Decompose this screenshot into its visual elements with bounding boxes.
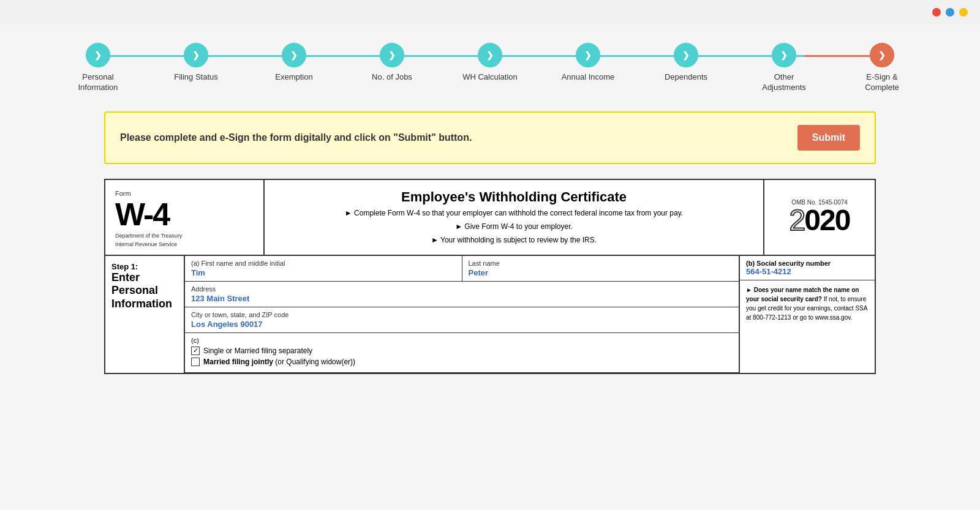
step-filing-status[interactable]: ❯ Filing Status [147, 43, 245, 83]
chevron-icon: ❯ [486, 50, 494, 60]
step-circle-adjustments: ❯ [772, 43, 796, 67]
address-label: Address [191, 285, 733, 293]
checkbox-single: ✓ Single or Married filing separately [191, 347, 733, 355]
step-circle-exemption: ❯ [282, 43, 306, 67]
w4-title-area: Employee's Withholding Certificate ► Com… [265, 180, 764, 255]
checkbox-c-label: (c) [191, 337, 733, 344]
name-match-text: ► Does your name match the name on your … [746, 287, 867, 321]
w4-personal-fields: (a) First name and middle initial Tim La… [185, 256, 740, 373]
close-button[interactable] [932, 8, 941, 17]
w4-body: Step 1: EnterPersonalInformation (a) Fir… [105, 256, 875, 373]
city-value: Los Angeles 90017 [191, 320, 733, 329]
step-circle-personal: ❯ [86, 43, 110, 67]
filing-checkboxes: (c) ✓ Single or Married filing separatel… [185, 333, 739, 373]
year-solid-digits: 0 [804, 204, 820, 236]
step-circle-wh: ❯ [478, 43, 502, 67]
checkbox-married-jointly: Married filing jointly (or Qualifying wi… [191, 358, 733, 366]
step-label-dependents: Dependents [665, 72, 707, 83]
chevron-icon: ❯ [192, 50, 200, 60]
address-value: 123 Main Street [191, 294, 733, 303]
w4-instruction3: ► Your withholding is subject to review … [431, 234, 597, 246]
step-circle-filing: ❯ [184, 43, 208, 67]
ssn-label: (b) Social security number [746, 260, 869, 267]
step-other-adjustments[interactable]: ❯ OtherAdjustments [735, 43, 833, 93]
city-label: City or town, state, and ZIP code [191, 311, 733, 318]
address-row: Address 123 Main Street [185, 282, 739, 307]
name-row: (a) First name and middle initial Tim La… [185, 256, 739, 282]
w4-title: Employee's Withholding Certificate [401, 189, 627, 205]
main-container: ❯ PersonalInformation ❯ Filing Status ❯ … [0, 24, 980, 510]
step-e-sign[interactable]: ❯ E-Sign &Complete [833, 43, 931, 93]
w4-dept-line2: Internal Revenue Service [115, 241, 254, 247]
w4-instruction1: ► Complete Form W-4 so that your employe… [345, 208, 683, 219]
last-name-value: Peter [469, 268, 733, 277]
ssn-value: 564-51-4212 [746, 267, 869, 276]
step-label-filing: Filing Status [174, 72, 218, 83]
submit-button[interactable]: Submit [797, 125, 860, 151]
progress-stepper: ❯ PersonalInformation ❯ Filing Status ❯ … [37, 43, 943, 93]
step-annual-income[interactable]: ❯ Annual Income [539, 43, 637, 83]
step-dependents[interactable]: ❯ Dependents [637, 43, 735, 83]
name-match-box: ► Does your name match the name on your … [740, 280, 875, 373]
w4-header: Form W-4 Department of the Treasury Inte… [105, 180, 875, 256]
step-label-income: Annual Income [562, 72, 615, 83]
minimize-button[interactable] [946, 8, 954, 17]
step1-number: Step 1: [111, 262, 178, 271]
step-label-personal: PersonalInformation [78, 72, 118, 93]
step-personal-information[interactable]: ❯ PersonalInformation [49, 43, 147, 93]
w4-step1-label: Step 1: EnterPersonalInformation [105, 256, 185, 373]
step-label-wh: WH Calculation [462, 72, 518, 83]
year-hollow-digit: 2 [790, 204, 805, 236]
w4-omb-year: OMB No. 1545-0074 2020 [764, 180, 875, 255]
chevron-icon: ❯ [584, 50, 592, 60]
first-name-label: (a) First name and middle initial [191, 260, 456, 267]
chevron-icon: ❯ [290, 50, 298, 60]
chevron-icon: ❯ [780, 50, 788, 60]
step-circle-esign: ❯ [870, 43, 894, 67]
chevron-icon: ❯ [878, 50, 886, 60]
first-name-value: Tim [191, 268, 456, 277]
city-row: City or town, state, and ZIP code Los An… [185, 307, 739, 333]
w4-ssn-area: (b) Social security number 564-51-4212 ►… [740, 256, 875, 373]
checkbox-single-box[interactable]: ✓ [191, 347, 200, 355]
year-bold-digits: 20 [820, 204, 850, 236]
step-no-of-jobs[interactable]: ❯ No. of Jobs [343, 43, 441, 83]
step-label-exemption: Exemption [275, 72, 312, 83]
ssn-field: (b) Social security number 564-51-4212 [740, 256, 875, 280]
w4-instruction2: ► Give Form W-4 to your employer. [455, 221, 573, 232]
step-exemption[interactable]: ❯ Exemption [245, 43, 343, 83]
w4-number: W-4 [115, 198, 254, 230]
step-circle-dependents: ❯ [674, 43, 698, 67]
w4-dept-line1: Department of the Treasury [115, 233, 254, 239]
checkbox-single-label: Single or Married filing separately [203, 347, 312, 355]
w4-form: Form W-4 Department of the Treasury Inte… [104, 179, 876, 374]
step-label-esign: E-Sign &Complete [865, 72, 899, 93]
step-label-jobs: No. of Jobs [372, 72, 412, 83]
w4-form-label: Form [115, 190, 131, 197]
step-circle-jobs: ❯ [380, 43, 404, 67]
maximize-button[interactable] [959, 8, 968, 17]
checkbox-married-box[interactable] [191, 358, 200, 366]
last-name-field: Last name Peter [462, 256, 739, 281]
checkbox-married-label: Married filing jointly (or Qualifying wi… [203, 358, 355, 366]
chevron-icon: ❯ [94, 50, 102, 60]
step-circle-income: ❯ [576, 43, 600, 67]
w4-form-id: Form W-4 Department of the Treasury Inte… [105, 180, 265, 255]
step1-title: EnterPersonalInformation [111, 271, 178, 311]
title-bar [0, 0, 980, 24]
chevron-icon: ❯ [388, 50, 396, 60]
notice-text: Please complete and e-Sign the form digi… [120, 132, 472, 143]
step-label-adjustments: OtherAdjustments [762, 72, 806, 93]
w4-year: 2020 [790, 206, 850, 235]
notice-banner: Please complete and e-Sign the form digi… [104, 111, 876, 164]
last-name-label: Last name [469, 260, 733, 267]
first-name-field: (a) First name and middle initial Tim [185, 256, 462, 281]
chevron-icon: ❯ [682, 50, 690, 60]
step-wh-calculation[interactable]: ❯ WH Calculation [441, 43, 539, 83]
